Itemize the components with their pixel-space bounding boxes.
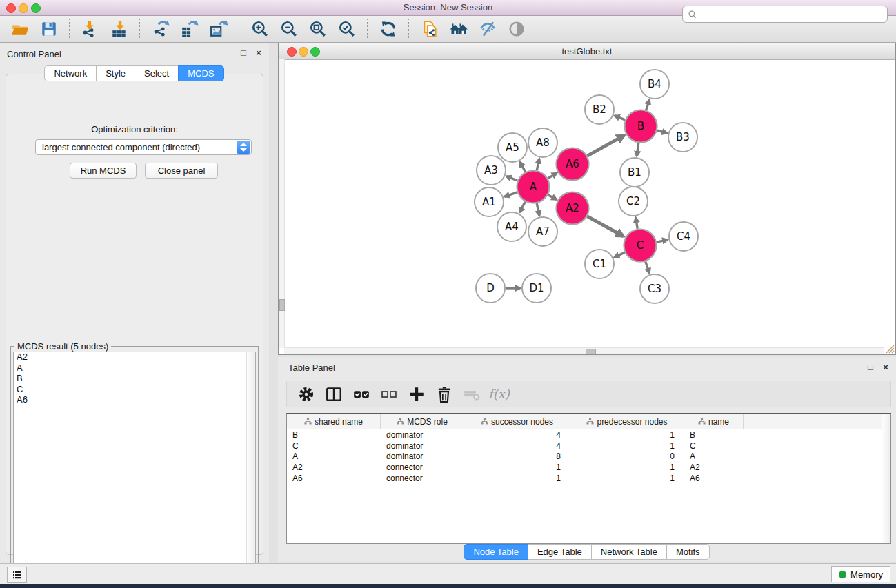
- network-graph-canvas[interactable]: B4B2BB3A5A8A6B1A3AC2A1A2A4A7C4CC1C3DD1: [279, 59, 896, 354]
- mcds-list-scrollbar[interactable]: [246, 352, 255, 576]
- delete-column-icon[interactable]: [432, 384, 456, 405]
- tab-select[interactable]: Select: [135, 65, 179, 81]
- table-cell[interactable]: A6: [287, 474, 381, 483]
- close-table-panel-icon[interactable]: ×: [881, 362, 890, 372]
- table-cell[interactable]: A: [684, 452, 744, 461]
- select-all-icon[interactable]: [350, 384, 373, 405]
- table-cell[interactable]: C: [287, 441, 381, 451]
- mcds-result-list[interactable]: A2ABCA6: [13, 352, 256, 576]
- graph-edge-C-C3[interactable]: [646, 261, 650, 273]
- refresh-icon[interactable]: [377, 19, 400, 39]
- table-cell[interactable]: 4: [464, 441, 570, 451]
- table-cell[interactable]: 1: [464, 474, 570, 483]
- duplicate-network-icon[interactable]: [418, 19, 441, 39]
- float-panel-icon[interactable]: □: [239, 48, 248, 58]
- add-column-icon[interactable]: [405, 384, 428, 405]
- graph-edge-B-B2[interactable]: [615, 116, 625, 120]
- table-cell[interactable]: dominator: [381, 430, 464, 440]
- zoom-in-icon[interactable]: [248, 19, 272, 39]
- settings-gear-icon[interactable]: [295, 384, 318, 405]
- run-mcds-button[interactable]: Run MCDS: [70, 163, 137, 179]
- tab-style[interactable]: Style: [96, 65, 135, 81]
- table-cell[interactable]: 1: [570, 474, 684, 483]
- network-horizontal-scrollbar[interactable]: [284, 347, 884, 354]
- graph-edge-A-A6[interactable]: [548, 173, 557, 179]
- graph-edge-A-A8[interactable]: [537, 159, 539, 170]
- import-network-icon[interactable]: [79, 19, 102, 39]
- table-cell[interactable]: A: [287, 452, 381, 461]
- export-network-icon[interactable]: [149, 19, 172, 39]
- zoom-out-icon[interactable]: [277, 19, 301, 39]
- home-icon[interactable]: [447, 19, 470, 39]
- hide-panels-icon[interactable]: [476, 19, 499, 39]
- export-table-icon[interactable]: [178, 19, 201, 39]
- table-cell[interactable]: 0: [570, 452, 684, 461]
- zoom-fit-icon[interactable]: [306, 19, 330, 39]
- split-columns-icon[interactable]: [322, 384, 346, 405]
- table-cell[interactable]: dominator: [381, 441, 464, 451]
- memory-button[interactable]: Memory: [831, 566, 890, 582]
- table-cell[interactable]: A6: [684, 474, 744, 483]
- table-row[interactable]: Cdominator41C: [287, 440, 890, 452]
- panel-list-button[interactable]: [7, 567, 27, 583]
- table-cell[interactable]: 8: [464, 452, 570, 461]
- graph-edge-B-B1[interactable]: [637, 143, 639, 156]
- table-cell[interactable]: B: [684, 430, 744, 440]
- deselect-all-icon[interactable]: [377, 384, 401, 405]
- table-row[interactable]: Adominator80A: [287, 452, 890, 463]
- table-cell[interactable]: 1: [570, 441, 684, 451]
- open-session-icon[interactable]: [8, 19, 32, 39]
- tab-network[interactable]: Network: [44, 65, 97, 81]
- graph-edge-A-A3[interactable]: [506, 176, 517, 181]
- table-row[interactable]: A2connector11A2: [287, 462, 890, 473]
- graph-edge-A-A5[interactable]: [520, 162, 526, 172]
- float-table-panel-icon[interactable]: □: [866, 362, 875, 372]
- mcds-result-item[interactable]: A6: [14, 395, 255, 406]
- table-cell[interactable]: 1: [464, 463, 570, 472]
- table-cell[interactable]: connector: [381, 474, 464, 483]
- table-cell[interactable]: 4: [464, 430, 570, 440]
- tab-node-table[interactable]: Node Table: [464, 544, 528, 560]
- table-cell[interactable]: 1: [570, 463, 684, 472]
- search-input[interactable]: [700, 8, 887, 21]
- graph-edge-A2-C[interactable]: [587, 216, 623, 236]
- table-cell[interactable]: 1: [570, 430, 684, 440]
- table-row[interactable]: Bdominator41B: [287, 429, 890, 440]
- table-cell[interactable]: B: [287, 430, 381, 440]
- graph-edge-A-A4[interactable]: [519, 202, 525, 212]
- mcds-result-item[interactable]: A2: [14, 352, 255, 363]
- table-scrollbar[interactable]: [882, 414, 890, 543]
- optimization-criterion-select[interactable]: largest connected component (directed): [35, 139, 252, 155]
- table-cell[interactable]: dominator: [381, 452, 464, 461]
- mcds-result-item[interactable]: C: [14, 385, 255, 396]
- tab-network-table[interactable]: Network Table: [591, 544, 667, 560]
- vertical-scroll-thumb[interactable]: [279, 299, 285, 311]
- graph-edge-B-B4[interactable]: [646, 100, 650, 110]
- table-cell[interactable]: C: [684, 441, 744, 451]
- graph-edge-A-A7[interactable]: [537, 203, 539, 216]
- horizontal-scroll-thumb[interactable]: [586, 349, 596, 354]
- graph-edge-A6-B[interactable]: [587, 135, 624, 156]
- column-header-shared-name[interactable]: shared name: [287, 414, 381, 429]
- tab-motifs[interactable]: Motifs: [666, 544, 710, 560]
- import-table-icon[interactable]: [108, 19, 131, 39]
- resize-grip-icon[interactable]: [884, 343, 895, 354]
- tab-edge-table[interactable]: Edge Table: [528, 544, 592, 560]
- table-row[interactable]: A6connector11A6: [287, 473, 890, 484]
- graph-edge-A-A2[interactable]: [548, 195, 557, 200]
- tab-mcds[interactable]: MCDS: [178, 65, 223, 81]
- graph-edge-C-C2[interactable]: [636, 217, 638, 228]
- search-box[interactable]: [682, 6, 888, 23]
- close-panel-icon[interactable]: ×: [254, 48, 263, 58]
- column-header-MCDS-role[interactable]: MCDS role: [381, 414, 464, 429]
- zoom-selected-icon[interactable]: [335, 19, 359, 39]
- graph-edge-C-C1[interactable]: [615, 252, 625, 257]
- column-header-name[interactable]: name: [684, 414, 744, 429]
- column-header-successor-nodes[interactable]: successor nodes: [464, 414, 570, 429]
- column-header-predecessor-nodes[interactable]: predecessor nodes: [570, 414, 684, 429]
- graph-edge-B-B3[interactable]: [657, 130, 667, 133]
- table-cell[interactable]: A2: [287, 463, 381, 472]
- graph-edge-C-C4[interactable]: [657, 240, 668, 242]
- mcds-result-item[interactable]: B: [14, 374, 255, 385]
- table-cell[interactable]: connector: [381, 463, 464, 472]
